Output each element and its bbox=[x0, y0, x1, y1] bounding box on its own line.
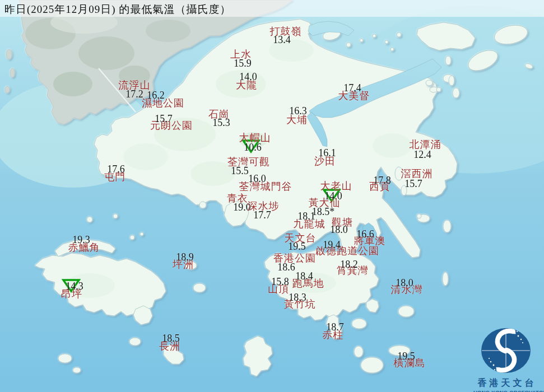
hko-logo-chinese: 香港天文台 bbox=[473, 377, 541, 389]
hong-kong-territory-map bbox=[0, 0, 544, 392]
station-value: 17.6 bbox=[107, 164, 125, 175]
station-value: 16.2 bbox=[147, 90, 165, 101]
station-value: 16.1 bbox=[318, 147, 336, 159]
station-value: 16.6 bbox=[356, 228, 374, 240]
map-title: 昨日(2025年12月09日) 的最低氣溫（攝氏度） bbox=[4, 2, 231, 17]
station-value: 15.3 bbox=[212, 117, 230, 129]
station-value: 13.4 bbox=[273, 34, 291, 46]
station-value: 12.4 bbox=[413, 149, 431, 161]
station-value: 18.0 bbox=[330, 224, 348, 236]
station-value: 16.3 bbox=[289, 105, 307, 117]
weather-map-canvas: 昨日(2025年12月09日) 的最低氣溫（攝氏度） 打鼓嶺13.4上水15.9… bbox=[0, 0, 544, 392]
station-value: 18.9 bbox=[176, 251, 194, 263]
hko-logo-emblem bbox=[473, 326, 541, 374]
station-value: 15.7 bbox=[404, 178, 422, 190]
station-value: 19.4 bbox=[323, 239, 341, 251]
station-value: 18.3 bbox=[289, 292, 306, 304]
hko-logo-english: HONG KONG OBSERVATORY bbox=[473, 389, 541, 392]
station-value: 17.7 bbox=[253, 209, 271, 221]
station-value: 15.8 bbox=[271, 276, 289, 288]
station-value: 17.2 bbox=[125, 88, 143, 100]
po-toi-islands bbox=[352, 319, 366, 329]
station-value: 15.7 bbox=[155, 113, 173, 125]
station-value: 18.5 bbox=[162, 333, 180, 344]
hko-logo: 香港天文台 HONG KONG OBSERVATORY bbox=[473, 326, 541, 392]
station-value: 18.7 bbox=[326, 321, 344, 333]
station-value: 17.4 bbox=[343, 82, 361, 94]
station-value: 16.0 bbox=[248, 173, 266, 185]
station-value: 19.3 bbox=[72, 234, 90, 246]
station-value: 17.8 bbox=[373, 175, 391, 186]
station-value: 19.5 bbox=[397, 351, 415, 362]
station-value: 18.6 bbox=[277, 262, 295, 273]
waglan-island-area bbox=[361, 357, 383, 373]
station-value: 14.0 bbox=[239, 71, 257, 83]
station-value: 18.1 bbox=[297, 211, 315, 222]
station-value: 18.2 bbox=[340, 259, 358, 270]
station-value: 19.5 bbox=[288, 241, 306, 253]
station-value: 18.4 bbox=[295, 270, 313, 282]
station-value: 15.5 bbox=[231, 165, 249, 177]
station-value: 14.3 bbox=[66, 281, 83, 292]
station-value: 18.0 bbox=[396, 277, 413, 289]
station-value: 10.6 bbox=[244, 142, 262, 153]
station-value: 15.9 bbox=[234, 58, 252, 69]
